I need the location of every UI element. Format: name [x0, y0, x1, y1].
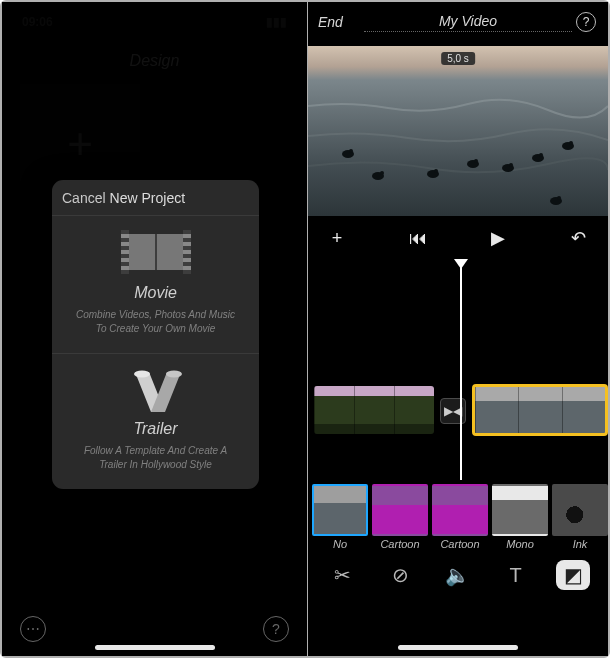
filter-label: Cartoon — [372, 538, 428, 550]
svg-point-2 — [134, 371, 150, 378]
svg-point-14 — [539, 153, 543, 157]
cut-tool[interactable]: ✂ — [326, 563, 360, 587]
add-media-button[interactable]: + — [322, 228, 352, 249]
filter-thumb — [312, 484, 368, 536]
home-indicator[interactable] — [95, 645, 215, 650]
filter-thumb — [492, 484, 548, 536]
filter-label: Cartoon — [432, 538, 488, 550]
top-bar: End My Video ? — [308, 2, 608, 36]
help-button[interactable]: ? — [576, 12, 596, 32]
project-title[interactable]: My Video — [364, 13, 572, 32]
svg-point-20 — [349, 149, 353, 153]
clip-tools: ✂ ⊘ 🔈 T ◩ — [308, 552, 608, 598]
svg-point-16 — [569, 141, 573, 145]
filter-thumb — [372, 484, 428, 536]
video-viewer[interactable]: 5,0 s — [308, 46, 608, 216]
playhead[interactable] — [460, 260, 462, 480]
end-button[interactable]: End — [318, 14, 364, 30]
modal-title: New Project — [110, 190, 185, 206]
option-movie[interactable]: Movie Combine Videos, Photos And Music T… — [52, 216, 259, 353]
transition-button[interactable]: ▶◀ — [440, 398, 466, 424]
transport-controls: + ⏮ ▶ ↶ — [308, 216, 608, 260]
option-movie-desc: Combine Videos, Photos And Music To Crea… — [71, 308, 241, 335]
cancel-button[interactable]: Cancel — [60, 188, 108, 208]
speed-tool[interactable]: ⊘ — [383, 563, 417, 587]
filter-cartoon[interactable]: Cartoon — [372, 484, 428, 552]
undo-button[interactable]: ↶ — [564, 227, 594, 249]
modal-header: Cancel New Project — [52, 180, 259, 216]
filter-label: Mono — [492, 538, 548, 550]
bottom-controls: ⋯ ? — [2, 616, 307, 642]
filter-label: No — [312, 538, 368, 550]
text-tool[interactable]: T — [499, 564, 533, 587]
filter-label: Ink — [552, 538, 608, 550]
filter-thumb — [552, 484, 608, 536]
more-icon: ⋯ — [26, 621, 40, 637]
filters-tool[interactable]: ◩ — [556, 560, 590, 590]
svg-point-18 — [557, 196, 561, 200]
projects-screen: 09:06 ▮▮▮ Design + Cancel New Project Mo… — [2, 2, 308, 656]
home-indicator[interactable] — [398, 645, 518, 650]
svg-point-3 — [166, 371, 182, 378]
svg-rect-4 — [308, 46, 608, 216]
svg-point-6 — [380, 171, 384, 175]
filter-thumb — [432, 484, 488, 536]
help-icon: ? — [272, 621, 280, 637]
filter-mono[interactable]: Mono — [492, 484, 548, 552]
new-project-modal: Cancel New Project Movie Combine Videos,… — [52, 180, 259, 489]
spotlight-icon — [121, 368, 191, 412]
play-button[interactable]: ▶ — [483, 227, 513, 249]
option-movie-label: Movie — [62, 284, 249, 302]
timeline[interactable]: ▶◀ — [308, 260, 608, 480]
film-icon — [121, 230, 191, 274]
goto-start-button[interactable]: ⏮ — [403, 228, 433, 249]
timeline-clip-selected[interactable] — [472, 384, 608, 436]
filter-cartoon2[interactable]: Cartoon — [432, 484, 488, 552]
option-trailer-desc: Follow A Template And Create A Trailer I… — [71, 444, 241, 471]
filter-none[interactable]: No — [312, 484, 368, 552]
timeline-clip[interactable] — [314, 386, 434, 434]
svg-point-8 — [434, 169, 438, 173]
help-icon: ? — [583, 15, 590, 29]
svg-point-12 — [509, 163, 513, 167]
filters-row: NoCartoonCartoonMonoInkB/W — [308, 480, 608, 552]
editor-screen: End My Video ? — [308, 2, 608, 656]
option-trailer-label: Trailer — [62, 420, 249, 438]
volume-tool[interactable]: 🔈 — [441, 563, 475, 587]
svg-point-10 — [474, 159, 478, 163]
help-button[interactable]: ? — [263, 616, 289, 642]
more-button[interactable]: ⋯ — [20, 616, 46, 642]
clip-duration-badge: 5,0 s — [441, 52, 475, 65]
filter-ink[interactable]: Ink — [552, 484, 608, 552]
option-trailer[interactable]: Trailer Follow A Template And Create A T… — [52, 353, 259, 489]
